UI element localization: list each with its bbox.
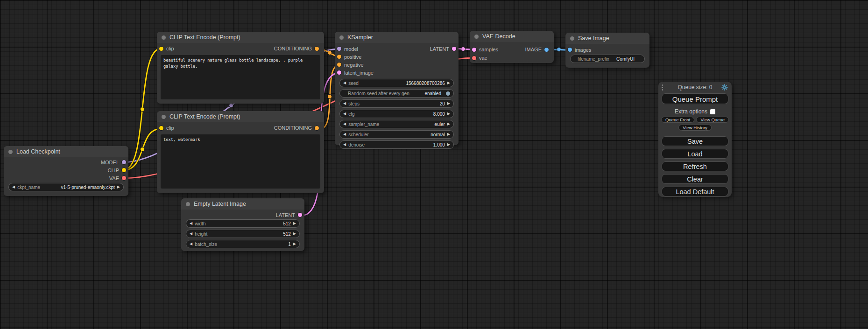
node-collapse-dot[interactable] xyxy=(162,35,166,40)
node-empty-latent-image[interactable]: Empty Latent Image LATENT ◀ width 512 ▶ … xyxy=(181,198,304,251)
node-vae-decode[interactable]: VAE Decode samples IMAGE vae xyxy=(470,31,554,63)
input-slot-images: images xyxy=(565,46,649,54)
decrement-arrow-icon[interactable]: ◀ xyxy=(190,232,192,236)
node-title: VAE Decode xyxy=(482,33,515,40)
latent-port-icon[interactable] xyxy=(472,48,476,52)
node-title-bar[interactable]: Empty Latent Image xyxy=(181,198,304,210)
save-button[interactable]: Save xyxy=(662,136,728,146)
increment-arrow-icon[interactable]: ▶ xyxy=(447,112,450,116)
conditioning-port-icon[interactable] xyxy=(315,47,319,51)
link-middot-positive xyxy=(328,51,332,55)
conditioning-port-icon[interactable] xyxy=(315,126,319,130)
input-slot-positive: positive xyxy=(335,53,459,61)
model-port-icon[interactable] xyxy=(337,47,341,51)
scheduler-widget[interactable]: ◀ scheduler normal ▶ xyxy=(339,130,454,139)
refresh-button[interactable]: Refresh xyxy=(662,161,728,171)
node-title-bar[interactable]: Save Image xyxy=(565,33,649,44)
increment-arrow-icon[interactable]: ▶ xyxy=(293,232,296,236)
output-slot-latent: LATENT xyxy=(430,45,456,53)
node-ksampler[interactable]: KSampler LATENT model positive negative … xyxy=(335,32,459,145)
cfg-widget[interactable]: ◀ cfg 8.000 ▶ xyxy=(339,110,454,118)
model-port-icon[interactable] xyxy=(122,160,126,164)
increment-arrow-icon[interactable]: ▶ xyxy=(117,185,120,189)
decrement-arrow-icon[interactable]: ◀ xyxy=(343,81,346,85)
load-button[interactable]: Load xyxy=(662,149,728,159)
image-port-icon[interactable] xyxy=(568,48,572,52)
node-collapse-dot[interactable] xyxy=(8,150,13,154)
increment-arrow-icon[interactable]: ▶ xyxy=(447,81,450,85)
extra-options-label: Extra options xyxy=(675,108,707,115)
node-title-bar[interactable]: Load Checkpoint xyxy=(4,146,128,157)
latent-port-icon[interactable] xyxy=(298,213,302,217)
decrement-arrow-icon[interactable]: ◀ xyxy=(343,102,346,105)
settings-gear-icon[interactable] xyxy=(721,84,728,91)
node-save-image[interactable]: Save Image images filename_prefix ComfyU… xyxy=(565,33,649,68)
node-title-bar[interactable]: CLIP Text Encode (Prompt) xyxy=(157,32,324,43)
sampler-name-widget[interactable]: ◀ sampler_name euler ▶ xyxy=(339,120,454,128)
width-widget[interactable]: ◀ width 512 ▶ xyxy=(186,219,300,228)
clear-button[interactable]: Clear xyxy=(662,174,728,184)
batch-size-widget[interactable]: ◀ batch_size 1 ▶ xyxy=(186,240,300,248)
node-title: CLIP Text Encode (Prompt) xyxy=(169,34,240,41)
drag-handle-icon[interactable] xyxy=(661,84,663,91)
node-collapse-dot[interactable] xyxy=(162,115,166,119)
increment-arrow-icon[interactable]: ▶ xyxy=(293,242,296,246)
toggle-enabled-icon[interactable] xyxy=(446,91,450,96)
node-graph-canvas[interactable]: Load Checkpoint MODEL CLIP VAE ◀ ckpt_na… xyxy=(0,0,868,329)
latent-port-icon[interactable] xyxy=(452,47,456,51)
node-title: KSampler xyxy=(347,34,373,41)
clip-port-icon[interactable] xyxy=(122,168,126,172)
ckpt-name-widget[interactable]: ◀ ckpt_name v1-5-pruned-emaonly.ckpt ▶ xyxy=(8,183,124,191)
increment-arrow-icon[interactable]: ▶ xyxy=(293,222,296,225)
node-title-bar[interactable]: VAE Decode xyxy=(470,31,554,42)
steps-widget[interactable]: ◀ steps 20 ▶ xyxy=(339,99,454,108)
node-title-bar[interactable]: CLIP Text Encode (Prompt) xyxy=(157,111,324,122)
queue-prompt-button[interactable]: Queue Prompt xyxy=(662,93,728,104)
conditioning-port-icon[interactable] xyxy=(337,63,341,67)
increment-arrow-icon[interactable]: ▶ xyxy=(447,143,450,147)
view-history-button[interactable]: View History xyxy=(678,125,712,131)
decrement-arrow-icon[interactable]: ◀ xyxy=(343,122,346,126)
link-middot-clip1 xyxy=(141,107,145,112)
prompt-textarea[interactable]: text, watermark xyxy=(161,134,320,189)
decrement-arrow-icon[interactable]: ◀ xyxy=(343,133,346,136)
denoise-widget[interactable]: ◀ denoise 1.000 ▶ xyxy=(339,140,454,149)
seed-widget[interactable]: ◀ seed 156680208700286 ▶ xyxy=(339,79,454,87)
increment-arrow-icon[interactable]: ▶ xyxy=(447,122,450,126)
node-clip-text-encode-negative[interactable]: CLIP Text Encode (Prompt) clip CONDITION… xyxy=(157,111,324,193)
clip-port-icon[interactable] xyxy=(159,47,163,51)
history-button-row: View History xyxy=(658,125,732,131)
input-slot-negative: negative xyxy=(335,61,459,69)
load-default-button[interactable]: Load Default xyxy=(662,187,728,196)
node-title-bar[interactable]: KSampler xyxy=(335,32,459,43)
slot-row: samples IMAGE xyxy=(470,45,554,54)
image-port-icon[interactable] xyxy=(544,48,549,52)
extra-options-checkbox[interactable] xyxy=(710,109,715,114)
increment-arrow-icon[interactable]: ▶ xyxy=(447,102,450,105)
latent-port-icon[interactable] xyxy=(337,70,341,75)
clip-port-icon[interactable] xyxy=(159,126,163,130)
height-widget[interactable]: ◀ height 512 ▶ xyxy=(186,230,300,238)
decrement-arrow-icon[interactable]: ◀ xyxy=(190,222,192,225)
prompt-textarea[interactable]: beautiful scenery nature glass bottle la… xyxy=(161,55,320,99)
increment-arrow-icon[interactable]: ▶ xyxy=(447,133,450,136)
node-collapse-dot[interactable] xyxy=(186,202,190,206)
vae-port-icon[interactable] xyxy=(472,56,476,60)
node-load-checkpoint[interactable]: Load Checkpoint MODEL CLIP VAE ◀ ckpt_na… xyxy=(4,146,128,196)
extra-options-row: Extra options xyxy=(658,108,732,115)
node-collapse-dot[interactable] xyxy=(570,36,574,41)
filename-prefix-widget[interactable]: filename_prefix ComfyUI xyxy=(570,55,645,63)
queue-front-button[interactable]: Queue Front xyxy=(661,117,694,123)
node-collapse-dot[interactable] xyxy=(339,35,344,40)
node-collapse-dot[interactable] xyxy=(474,35,479,39)
output-slot-model: MODEL xyxy=(4,158,128,166)
vae-port-icon[interactable] xyxy=(122,176,126,180)
view-queue-button[interactable]: View Queue xyxy=(696,117,729,123)
decrement-arrow-icon[interactable]: ◀ xyxy=(343,112,346,116)
decrement-arrow-icon[interactable]: ◀ xyxy=(343,143,346,147)
decrement-arrow-icon[interactable]: ◀ xyxy=(190,242,192,246)
random-seed-toggle-widget[interactable]: Random seed after every gen enabled xyxy=(339,89,454,98)
node-clip-text-encode-positive[interactable]: CLIP Text Encode (Prompt) clip CONDITION… xyxy=(157,32,324,104)
decrement-arrow-icon[interactable]: ◀ xyxy=(12,185,15,189)
conditioning-port-icon[interactable] xyxy=(337,55,341,59)
